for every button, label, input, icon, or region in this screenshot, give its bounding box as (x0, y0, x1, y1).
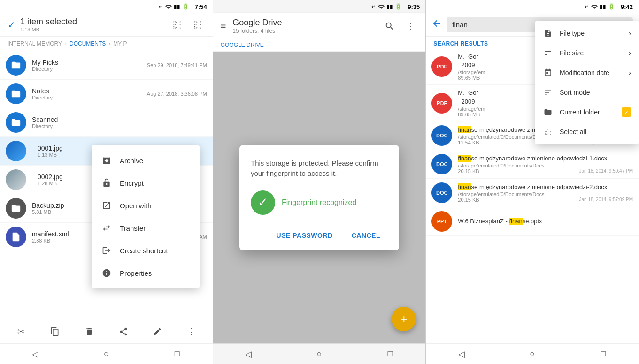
filter-file-type[interactable]: File type › (535, 23, 639, 43)
pdf-icon: PDF (431, 56, 452, 77)
select-all-button[interactable] (190, 17, 205, 32)
breadcrumb: INTERNAL MEMORY › DOCUMENTS › MY P (0, 37, 213, 51)
share-button[interactable] (114, 322, 133, 341)
list-item[interactable]: My Picks Directory Sep 29, 2018, 7:49:41… (0, 51, 213, 80)
context-menu-properties[interactable]: Properties (92, 262, 200, 284)
select-grid-button[interactable] (169, 17, 185, 32)
filter-modification-date[interactable]: Modification date › (535, 63, 639, 83)
current-folder-label: Current folder (560, 108, 600, 116)
bluetooth-icon: ↵ (159, 3, 163, 10)
use-password-button[interactable]: USE PASSWORD (269, 228, 340, 243)
file-size: 20.15 KB (458, 197, 479, 203)
signal-icon-p2: ▮▮ (386, 3, 393, 10)
fab-add-button[interactable]: + (392, 307, 416, 331)
context-menu: Archive Encrypt Open with Transfer (92, 145, 200, 288)
more-options-button[interactable]: ⋮ (403, 19, 418, 34)
delete-button[interactable] (80, 322, 99, 341)
zip-icon (6, 198, 26, 219)
list-item[interactable]: PPT W.6 BiznesplanZ - finanse.pptx (426, 207, 639, 236)
recents-nav-p2[interactable]: □ (378, 346, 402, 363)
context-menu-archive[interactable]: Archive (92, 149, 200, 172)
back-button[interactable] (431, 18, 442, 31)
sort-mode-icon (543, 87, 553, 98)
mod-date-icon (543, 68, 553, 78)
app-info: Google Drive 15 folders, 4 files (232, 18, 376, 34)
list-item[interactable]: DOC finanse międzynarodowe zmienione odp… (426, 179, 639, 207)
breadcrumb-item-documents[interactable]: DOCUMENTS (69, 40, 106, 47)
docx-icon: DOC (431, 154, 452, 174)
lock-icon (101, 177, 112, 189)
panel-google-drive: ↵ ▮▮ 🔋 9:35 ≡ Google Drive 15 folders, 4… (213, 0, 426, 364)
nav-bar-p3: ◁ ○ □ (426, 343, 639, 364)
pptx-icon: PPT (431, 211, 452, 232)
status-icons-p1: ↵ ▮▮ 🔋 7:54 (159, 3, 207, 10)
home-nav[interactable]: ○ (94, 346, 118, 363)
more-button[interactable]: ⋮ (182, 322, 201, 341)
archive-label: Archive (120, 157, 143, 165)
file-meta: 20.15 KB Jan 18, 2014, 9:57:09 PM (458, 197, 633, 203)
file-meta: 20.15 KB Jan 18, 2014, 9:50:47 PM (458, 168, 633, 174)
home-nav-p3[interactable]: ○ (521, 346, 544, 363)
recents-nav-p3[interactable]: □ (592, 346, 615, 363)
recents-nav[interactable]: □ (165, 346, 189, 363)
file-path: /storage/emulated/0/Documents/Docs (458, 191, 633, 197)
context-menu-encrypt[interactable]: Encrypt (92, 172, 200, 194)
nav-bar-p1: ◁ ○ □ (0, 343, 213, 364)
image-thumbnail (6, 169, 26, 190)
list-item[interactable]: Notes Directory Aug 27, 2018, 3:36:08 PM (0, 80, 213, 108)
context-menu-transfer[interactable]: Transfer (92, 217, 200, 239)
svg-point-0 (168, 8, 169, 9)
list-item[interactable]: DOC finanse międzynarodowe zmienione odp… (426, 150, 639, 179)
edit-button[interactable] (148, 322, 167, 341)
search-highlight: finan (458, 126, 471, 133)
wifi-icon-p3 (591, 3, 598, 10)
filter-current-folder[interactable]: Current folder ✓ (535, 102, 639, 122)
filter-select-all[interactable]: Select all (535, 122, 639, 142)
file-manager-header: ✓ 1 item selected 1.13 MB (0, 13, 213, 37)
file-name: Notes (32, 87, 147, 95)
file-date: Sep 29, 2018, 7:49:41 PM (147, 62, 207, 68)
properties-icon (101, 267, 112, 279)
gdrive-breadcrumb: GOOGLE DRIVE (213, 39, 426, 52)
gdrive-header-right: ⋮ (382, 19, 418, 34)
file-type-icon (543, 28, 553, 38)
signal-icon: ▮▮ (174, 3, 180, 10)
back-nav-p2[interactable]: ◁ (237, 346, 260, 363)
file-path: /storage/emulated/0/Documents/Docs (458, 163, 633, 168)
back-nav[interactable]: ◁ (23, 346, 47, 363)
select-all-icon (543, 127, 553, 137)
archive-icon (101, 155, 112, 166)
dialog-message: This storage is protected. Please confir… (251, 158, 388, 179)
cancel-button[interactable]: CANCEL (344, 228, 388, 243)
file-name: My Picks (32, 59, 147, 66)
filter-file-size[interactable]: File size › (535, 43, 639, 63)
fingerprint-status-text: Fingerprint recognized (282, 198, 356, 207)
copy-button[interactable] (46, 322, 64, 341)
breadcrumb-item-internal[interactable]: INTERNAL MEMORY (8, 40, 62, 47)
selected-size: 1.13 MB (20, 27, 77, 32)
bluetooth-icon-p3: ↵ (585, 3, 589, 10)
cut-button[interactable]: ✂ (11, 322, 30, 341)
file-path: /storage/em (458, 69, 485, 75)
search-button[interactable] (382, 19, 397, 34)
home-nav-p2[interactable]: ○ (308, 346, 331, 363)
filter-sort-mode[interactable]: Sort mode (535, 83, 639, 102)
fingerprint-status-row: ✓ Fingerprint recognized (251, 190, 388, 215)
file-size: 11.54 KB (458, 140, 479, 145)
context-menu-open-with[interactable]: Open with (92, 194, 200, 217)
breadcrumb-item-myp[interactable]: MY P (113, 40, 127, 47)
current-folder-checkbox[interactable]: ✓ (622, 107, 631, 117)
back-nav-p3[interactable]: ◁ (450, 346, 473, 363)
battery-icon: 🔋 (182, 3, 189, 10)
file-type: Directory (32, 123, 207, 129)
file-type-arrow: › (629, 30, 631, 37)
hamburger-menu[interactable]: ≡ (221, 21, 226, 31)
signal-icon-p3: ▮▮ (600, 3, 606, 10)
folder-icon (6, 55, 26, 76)
context-menu-create-shortcut[interactable]: Create shortcut (92, 239, 200, 262)
header-right (169, 17, 205, 32)
search-highlight: finan (458, 155, 471, 162)
gdrive-breadcrumb-label[interactable]: GOOGLE DRIVE (221, 42, 264, 48)
list-item[interactable]: Scanned Directory (0, 108, 213, 137)
battery-icon-p2: 🔋 (395, 3, 402, 10)
